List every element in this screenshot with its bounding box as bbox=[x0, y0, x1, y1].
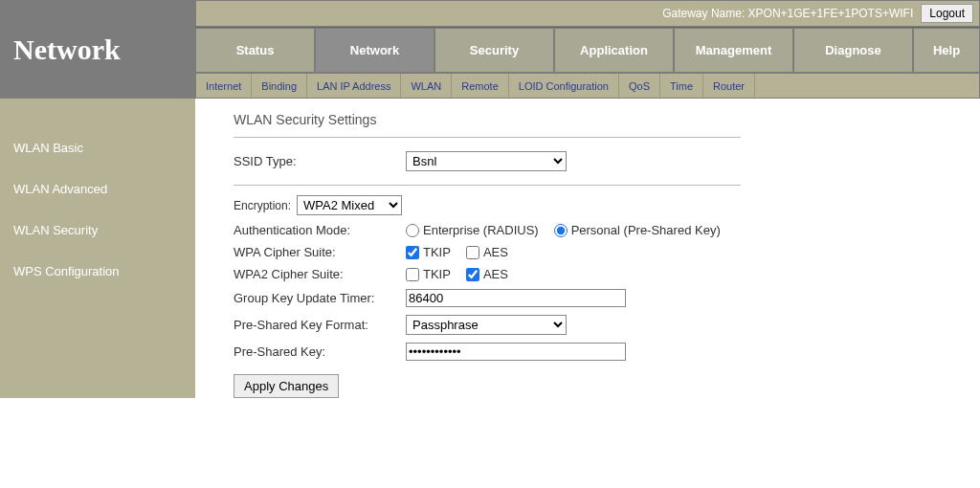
wpa2-tkip-checkbox[interactable] bbox=[406, 268, 419, 281]
subtab-binding[interactable]: Binding bbox=[252, 74, 307, 98]
top-info-bar: Gateway Name: XPON+1GE+1FE+1POTS+WIFI Lo… bbox=[195, 0, 980, 27]
subtab-wlan[interactable]: WLAN bbox=[401, 74, 452, 98]
apply-changes-button[interactable]: Apply Changes bbox=[234, 374, 339, 398]
wpa-aes-option[interactable]: AES bbox=[466, 245, 508, 259]
tab-management[interactable]: Management bbox=[674, 28, 793, 73]
side-item-wps-config[interactable]: WPS Configuration bbox=[0, 251, 195, 292]
subtab-internet[interactable]: Internet bbox=[196, 74, 252, 98]
subtab-router[interactable]: Router bbox=[703, 74, 755, 98]
encryption-select[interactable]: WPA2 Mixed bbox=[297, 195, 402, 215]
tab-network[interactable]: Network bbox=[315, 28, 434, 73]
wpa2-cipher-label: WPA2 Cipher Suite: bbox=[234, 267, 406, 281]
subtab-qos[interactable]: QoS bbox=[619, 74, 660, 98]
side-item-wlan-advanced[interactable]: WLAN Advanced bbox=[0, 168, 195, 210]
psk-label: Pre-Shared Key: bbox=[234, 344, 406, 359]
brand-box: Network bbox=[0, 0, 195, 99]
side-item-wlan-security[interactable]: WLAN Security bbox=[0, 210, 195, 251]
separator bbox=[234, 185, 741, 186]
auth-mode-label: Authentication Mode: bbox=[234, 223, 406, 237]
wpa-cipher-label: WPA Cipher Suite: bbox=[234, 245, 406, 259]
tab-help[interactable]: Help bbox=[913, 28, 980, 73]
wpa2-aes-checkbox[interactable] bbox=[466, 268, 479, 281]
tab-application[interactable]: Application bbox=[554, 28, 674, 73]
gateway-name-label: Gateway Name: XPON+1GE+1FE+1POTS+WIFI bbox=[662, 7, 913, 20]
psk-format-label: Pre-Shared Key Format: bbox=[234, 318, 406, 332]
side-item-wlan-basic[interactable]: WLAN Basic bbox=[0, 127, 195, 168]
sub-tabs: Internet Binding LAN IP Address WLAN Rem… bbox=[195, 73, 980, 99]
psk-format-select[interactable]: Passphrase bbox=[406, 315, 567, 335]
psk-input[interactable] bbox=[406, 343, 626, 361]
auth-personal-radio[interactable] bbox=[554, 224, 568, 237]
wpa-tkip-label: TKIP bbox=[423, 245, 451, 259]
auth-personal-label: Personal (Pre-Shared Key) bbox=[571, 223, 721, 237]
subtab-time[interactable]: Time bbox=[660, 74, 703, 98]
auth-enterprise-radio[interactable] bbox=[406, 224, 419, 237]
content-area: WLAN Security Settings SSID Type: Bsnl E… bbox=[195, 99, 980, 398]
brand-title: Network bbox=[13, 33, 121, 66]
group-key-input[interactable] bbox=[406, 289, 626, 307]
wpa-aes-label: AES bbox=[483, 245, 508, 259]
side-nav: WLAN Basic WLAN Advanced WLAN Security W… bbox=[0, 99, 195, 292]
wpa-aes-checkbox[interactable] bbox=[466, 246, 479, 259]
tab-diagnose[interactable]: Diagnose bbox=[793, 28, 913, 73]
group-key-label: Group Key Update Timer: bbox=[234, 291, 406, 305]
subtab-lan-ip[interactable]: LAN IP Address bbox=[307, 74, 401, 98]
wpa2-tkip-label: TKIP bbox=[423, 267, 451, 281]
auth-personal-option[interactable]: Personal (Pre-Shared Key) bbox=[554, 223, 721, 237]
wpa-tkip-option[interactable]: TKIP bbox=[406, 245, 451, 259]
wpa-tkip-checkbox[interactable] bbox=[406, 246, 419, 259]
ssid-type-select[interactable]: Bsnl bbox=[406, 151, 567, 171]
encryption-label: Encryption: bbox=[234, 199, 291, 212]
tab-status[interactable]: Status bbox=[195, 28, 315, 73]
wpa2-aes-label: AES bbox=[483, 267, 508, 281]
section-title: WLAN Security Settings bbox=[234, 112, 741, 138]
auth-enterprise-label: Enterprise (RADIUS) bbox=[423, 223, 539, 237]
main-tabs: Status Network Security Application Mana… bbox=[195, 27, 980, 73]
ssid-type-label: SSID Type: bbox=[234, 154, 406, 168]
wpa2-aes-option[interactable]: AES bbox=[466, 267, 508, 281]
wpa2-tkip-option[interactable]: TKIP bbox=[406, 267, 451, 281]
subtab-loid[interactable]: LOID Configuration bbox=[509, 74, 619, 98]
auth-enterprise-option[interactable]: Enterprise (RADIUS) bbox=[406, 223, 539, 237]
subtab-remote[interactable]: Remote bbox=[452, 74, 509, 98]
tab-security[interactable]: Security bbox=[434, 28, 554, 73]
logout-button[interactable]: Logout bbox=[921, 4, 973, 23]
